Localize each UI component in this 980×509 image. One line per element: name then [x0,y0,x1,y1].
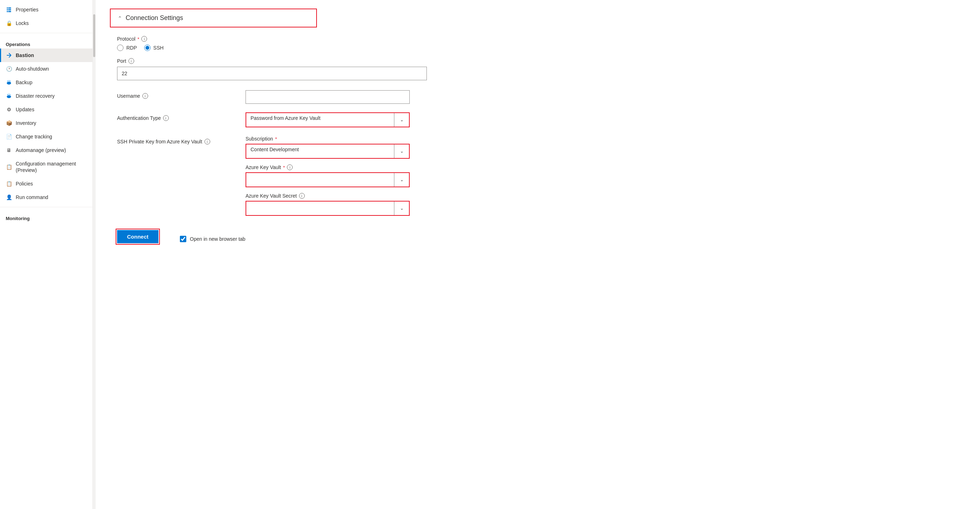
locks-icon: 🔒 [6,20,12,26]
sidebar-item-run-command-label: Run command [16,194,48,200]
auth-type-value: Password from Azure Key Vault [246,113,394,127]
subscription-required: * [275,136,277,142]
sidebar: Properties 🔒 Locks Operations Bastion 🕐 … [0,0,93,509]
properties-icon [6,6,12,13]
open-new-tab-checkbox[interactable] [180,236,186,242]
scroll-thumb [93,14,95,57]
port-input[interactable] [117,67,427,80]
azure-kv-info-icon[interactable]: i [287,165,293,170]
auth-type-info-icon[interactable]: i [163,115,169,121]
monitoring-section-header: Monitoring [0,210,92,223]
sidebar-item-backup-label: Backup [16,79,32,85]
svg-rect-1 [8,8,11,9]
sidebar-item-policies-label: Policies [16,181,33,187]
ssh-private-key-row: SSH Private Key from Azure Key Vault i S… [110,136,510,222]
auth-type-dropdown[interactable]: Password from Azure Key Vault ⌄ [245,113,410,127]
auth-type-chevron-button[interactable]: ⌄ [394,113,409,127]
sidebar-item-run-command[interactable]: 👤 Run command [0,190,92,204]
sidebar-item-backup[interactable]: Backup [0,76,92,89]
sidebar-item-updates-label: Updates [16,107,34,113]
protocol-radio-group: RDP SSH [117,44,503,51]
scroll-track[interactable] [93,0,95,509]
ssh-sub-fields: Subscription * Content Development ⌄ Azu… [245,136,424,222]
protocol-label: Protocol * i [117,36,503,42]
config-mgmt-icon: 📋 [6,164,12,170]
ssh-private-key-label-col: SSH Private Key from Azure Key Vault i [117,136,231,144]
subscription-field: Subscription * Content Development ⌄ [245,136,424,159]
chevron-up-icon: ⌃ [118,15,122,21]
protocol-rdp-option[interactable]: RDP [117,44,137,51]
subscription-dropdown[interactable]: Content Development ⌄ [245,144,410,159]
protocol-ssh-label: SSH [153,45,164,51]
username-info-icon[interactable]: i [142,93,148,99]
auth-type-label-col: Authentication Type i [117,113,231,121]
svg-point-10 [7,95,11,98]
sidebar-item-bastion-label: Bastion [16,52,34,58]
sidebar-item-policies[interactable]: 📋 Policies [0,177,92,190]
svg-rect-3 [8,9,11,10]
azure-key-vault-label: Azure Key Vault * i [245,165,424,170]
sidebar-item-automanage[interactable]: 🖥 Automanage (preview) [0,143,92,157]
sidebar-item-disaster-recovery[interactable]: Disaster recovery [0,89,92,103]
username-label-col: Username i [117,90,231,99]
azure-kvs-chevron-button[interactable]: ⌄ [394,201,409,215]
protocol-ssh-option[interactable]: SSH [144,44,164,51]
azure-key-vault-dropdown[interactable]: ⌄ [245,172,410,187]
operations-section-header: Operations [0,36,92,49]
ssh-key-info-icon[interactable]: i [205,139,210,144]
azure-kv-required: * [283,165,285,170]
svg-rect-2 [7,9,8,10]
auth-type-row: Authentication Type i Password from Azur… [110,113,510,127]
sidebar-item-locks-label: Locks [16,20,29,26]
protocol-rdp-radio[interactable] [117,44,124,51]
svg-rect-4 [7,11,8,12]
subscription-chevron-button[interactable]: ⌄ [394,144,409,158]
sidebar-item-properties-label: Properties [16,7,38,13]
open-new-tab-text: Open in new browser tab [190,236,245,242]
subscription-value: Content Development [246,144,394,158]
sidebar-item-auto-shutdown[interactable]: 🕐 Auto-shutdown [0,62,92,76]
sidebar-item-change-tracking[interactable]: 📄 Change tracking [0,130,92,143]
subscription-label: Subscription * [245,136,424,142]
azure-key-vault-secret-dropdown[interactable]: ⌄ [245,201,410,216]
protocol-ssh-radio[interactable] [144,44,151,51]
azure-key-vault-field: Azure Key Vault * i ⌄ [245,165,424,187]
policies-icon: 📋 [6,181,12,187]
open-new-tab-wrapper: Open in new browser tab [180,230,245,242]
sidebar-item-bastion[interactable]: Bastion [0,49,92,62]
connection-settings-header[interactable]: ⌃ Connection Settings [110,9,317,27]
protocol-info-icon[interactable]: i [141,36,147,42]
sidebar-item-change-tracking-label: Change tracking [16,134,52,140]
auth-type-control-col: Password from Azure Key Vault ⌄ [245,113,424,127]
username-row: Username i [110,90,510,104]
auto-shutdown-icon: 🕐 [6,66,12,72]
azure-key-vault-secret-label: Azure Key Vault Secret i [245,193,424,199]
connect-button-wrapper: Connect [117,230,159,243]
backup-icon [6,79,12,86]
username-input[interactable] [245,90,410,104]
sidebar-item-config-mgmt[interactable]: 📋 Configuration management (Preview) [0,157,92,177]
main-content: ⌃ Connection Settings Protocol * i RDP S… [95,0,980,509]
bastion-icon [6,52,12,59]
sidebar-item-locks[interactable]: 🔒 Locks [0,16,92,30]
open-new-tab-label[interactable]: Open in new browser tab [180,236,245,242]
svg-rect-5 [8,11,11,12]
sidebar-item-auto-shutdown-label: Auto-shutdown [16,66,49,72]
port-info-icon[interactable]: i [129,58,134,64]
sidebar-item-updates[interactable]: ⚙ Updates [0,103,92,116]
inventory-icon: 📦 [6,120,12,126]
protocol-section: Protocol * i RDP SSH [110,36,510,51]
azure-kv-chevron-button[interactable]: ⌄ [394,173,409,187]
sidebar-item-inventory-label: Inventory [16,120,37,126]
azure-key-vault-secret-field: Azure Key Vault Secret i ⌄ [245,193,424,216]
azure-kvs-info-icon[interactable]: i [299,193,305,199]
username-input-col [245,90,424,104]
sidebar-item-config-mgmt-label: Configuration management (Preview) [16,160,87,173]
svg-rect-0 [7,8,8,9]
svg-point-9 [7,82,11,84]
sidebar-item-properties[interactable]: Properties [0,3,92,16]
protocol-required: * [137,36,139,42]
username-label: Username i [117,93,231,99]
connect-button[interactable]: Connect [117,230,159,243]
sidebar-item-inventory[interactable]: 📦 Inventory [0,116,92,130]
